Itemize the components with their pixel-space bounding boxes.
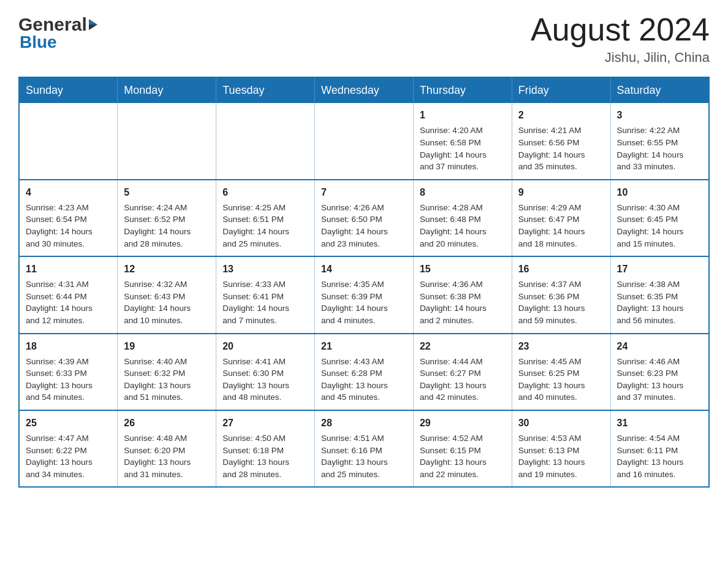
- calendar-cell: 9Sunrise: 4:29 AMSunset: 6:47 PMDaylight…: [512, 180, 610, 256]
- calendar-cell: 17Sunrise: 4:38 AMSunset: 6:35 PMDayligh…: [610, 256, 709, 333]
- logo-blue-text: Blue: [18, 34, 57, 51]
- day-info-line: Daylight: 14 hours: [321, 226, 407, 238]
- day-info-line: and 7 minutes.: [222, 315, 308, 327]
- day-info-line: and 31 minutes.: [124, 469, 210, 481]
- day-info-line: Sunset: 6:45 PM: [617, 213, 702, 226]
- day-info-line: and 56 minutes.: [617, 315, 702, 327]
- day-info-line: and 48 minutes.: [222, 391, 308, 404]
- calendar-cell: 24Sunrise: 4:46 AMSunset: 6:23 PMDayligh…: [610, 334, 709, 410]
- day-info-line: and 33 minutes.: [617, 161, 702, 173]
- day-info-line: Sunrise: 4:32 AM: [124, 278, 210, 291]
- calendar-cell: 19Sunrise: 4:40 AMSunset: 6:32 PMDayligh…: [118, 334, 216, 410]
- day-number: 17: [617, 262, 702, 276]
- calendar-cell: 22Sunrise: 4:44 AMSunset: 6:27 PMDayligh…: [413, 334, 512, 410]
- day-info-line: Daylight: 14 hours: [222, 302, 308, 315]
- day-info-line: Sunrise: 4:25 AM: [222, 202, 308, 214]
- day-number: 13: [222, 262, 308, 276]
- day-info-line: and 28 minutes.: [222, 469, 308, 481]
- calendar-cell: 30Sunrise: 4:53 AMSunset: 6:13 PMDayligh…: [512, 410, 610, 487]
- day-info-line: Daylight: 13 hours: [321, 380, 407, 392]
- calendar-table: SundayMondayTuesdayWednesdayThursdayFrid…: [18, 77, 710, 488]
- day-info-line: Daylight: 13 hours: [222, 456, 308, 469]
- day-info-line: Sunset: 6:51 PM: [222, 213, 308, 226]
- day-info-line: Sunrise: 4:33 AM: [222, 278, 308, 291]
- day-info-line: Daylight: 14 hours: [518, 149, 604, 161]
- day-header-tuesday: Tuesday: [216, 77, 315, 103]
- day-info-line: Daylight: 13 hours: [617, 456, 702, 469]
- calendar-cell: 12Sunrise: 4:32 AMSunset: 6:43 PMDayligh…: [118, 256, 216, 333]
- day-info-line: Daylight: 13 hours: [26, 456, 111, 469]
- calendar-cell: 11Sunrise: 4:31 AMSunset: 6:44 PMDayligh…: [19, 256, 118, 333]
- day-header-thursday: Thursday: [413, 77, 512, 103]
- calendar-cell: 27Sunrise: 4:50 AMSunset: 6:18 PMDayligh…: [216, 410, 315, 487]
- day-info-line: Sunset: 6:30 PM: [222, 367, 308, 380]
- day-number: 28: [321, 416, 407, 430]
- day-info-line: and 19 minutes.: [518, 469, 604, 481]
- day-info-line: Daylight: 14 hours: [617, 149, 702, 161]
- day-number: 25: [26, 416, 111, 430]
- day-info-line: Sunrise: 4:43 AM: [321, 356, 407, 368]
- day-info-line: and 30 minutes.: [26, 238, 111, 250]
- day-info-line: Sunrise: 4:30 AM: [617, 202, 702, 214]
- day-info-line: Daylight: 14 hours: [124, 302, 210, 315]
- day-info-line: and 34 minutes.: [26, 469, 111, 481]
- day-info-line: Sunrise: 4:22 AM: [617, 124, 702, 137]
- calendar-cell: 3Sunrise: 4:22 AMSunset: 6:55 PMDaylight…: [610, 103, 709, 179]
- calendar-cell: 8Sunrise: 4:28 AMSunset: 6:48 PMDaylight…: [413, 180, 512, 256]
- calendar-cell: 7Sunrise: 4:26 AMSunset: 6:50 PMDaylight…: [315, 180, 414, 256]
- day-info-line: Sunset: 6:47 PM: [518, 213, 604, 226]
- day-info-line: Sunrise: 4:51 AM: [321, 432, 407, 445]
- day-info-line: Daylight: 14 hours: [617, 226, 702, 238]
- day-info-line: Sunset: 6:58 PM: [420, 137, 506, 149]
- day-header-friday: Friday: [512, 77, 610, 103]
- day-info-line: Sunset: 6:15 PM: [420, 445, 506, 457]
- day-info-line: Sunset: 6:48 PM: [420, 213, 506, 226]
- day-info-line: Daylight: 14 hours: [420, 149, 506, 161]
- day-info-line: and 45 minutes.: [321, 391, 407, 404]
- calendar-cell: 31Sunrise: 4:54 AMSunset: 6:11 PMDayligh…: [610, 410, 709, 487]
- day-number: 21: [321, 339, 407, 353]
- day-info-line: Sunset: 6:23 PM: [617, 367, 702, 380]
- day-info-line: Sunrise: 4:21 AM: [518, 124, 604, 137]
- day-info-line: Sunrise: 4:52 AM: [420, 432, 506, 445]
- day-number: 7: [321, 185, 407, 199]
- day-info-line: Sunset: 6:25 PM: [518, 367, 604, 380]
- page-header: General Blue August 2024 Jishu, Jilin, C…: [18, 12, 710, 66]
- day-info-line: Sunset: 6:13 PM: [518, 445, 604, 457]
- day-info-line: Sunrise: 4:35 AM: [321, 278, 407, 291]
- day-info-line: Sunset: 6:43 PM: [124, 291, 210, 303]
- day-number: 22: [420, 339, 506, 353]
- day-number: 11: [26, 262, 111, 276]
- calendar-cell: [315, 103, 414, 179]
- calendar-cell: 2Sunrise: 4:21 AMSunset: 6:56 PMDaylight…: [512, 103, 610, 179]
- day-info-line: Daylight: 14 hours: [321, 302, 407, 315]
- day-info-line: Daylight: 13 hours: [420, 456, 506, 469]
- day-number: 3: [617, 108, 702, 122]
- day-info-line: Sunset: 6:16 PM: [321, 445, 407, 457]
- day-info-line: Sunrise: 4:50 AM: [222, 432, 308, 445]
- day-info-line: Sunrise: 4:40 AM: [124, 356, 210, 368]
- day-info-line: Sunset: 6:50 PM: [321, 213, 407, 226]
- day-number: 5: [124, 185, 210, 199]
- day-number: 29: [420, 416, 506, 430]
- calendar-cell: 15Sunrise: 4:36 AMSunset: 6:38 PMDayligh…: [413, 256, 512, 333]
- calendar-cell: 21Sunrise: 4:43 AMSunset: 6:28 PMDayligh…: [315, 334, 414, 410]
- day-info-line: Sunrise: 4:24 AM: [124, 202, 210, 214]
- day-info-line: Sunrise: 4:20 AM: [420, 124, 506, 137]
- day-info-line: and 12 minutes.: [26, 315, 111, 327]
- calendar-cell: 14Sunrise: 4:35 AMSunset: 6:39 PMDayligh…: [315, 256, 414, 333]
- day-info-line: Daylight: 14 hours: [222, 226, 308, 238]
- calendar-cell: 5Sunrise: 4:24 AMSunset: 6:52 PMDaylight…: [118, 180, 216, 256]
- day-info-line: Sunrise: 4:38 AM: [617, 278, 702, 291]
- day-info-line: Daylight: 13 hours: [26, 380, 111, 392]
- day-info-line: Daylight: 13 hours: [124, 456, 210, 469]
- day-info-line: and 35 minutes.: [518, 161, 604, 173]
- day-info-line: Sunrise: 4:45 AM: [518, 356, 604, 368]
- day-info-line: and 25 minutes.: [321, 469, 407, 481]
- day-info-line: Sunset: 6:54 PM: [26, 213, 111, 226]
- calendar-cell: 4Sunrise: 4:23 AMSunset: 6:54 PMDaylight…: [19, 180, 118, 256]
- day-info-line: Sunset: 6:41 PM: [222, 291, 308, 303]
- day-info-line: and 18 minutes.: [518, 238, 604, 250]
- day-info-line: and 25 minutes.: [222, 238, 308, 250]
- day-info-line: and 10 minutes.: [124, 315, 210, 327]
